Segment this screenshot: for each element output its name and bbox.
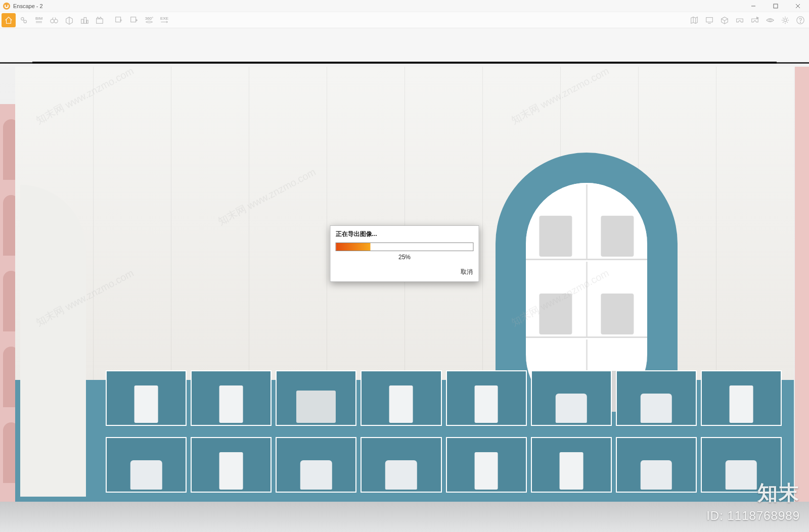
svg-point-28: [769, 19, 772, 21]
tool-binoculars-button[interactable]: [47, 13, 61, 27]
tool-visibility-button[interactable]: [763, 13, 777, 27]
tool-video-button[interactable]: [93, 13, 107, 27]
tool-panorama-button[interactable]: 360°: [142, 13, 156, 27]
tool-buildings-button[interactable]: [77, 13, 92, 27]
right-pink-wall: [795, 67, 809, 532]
svg-rect-17: [87, 20, 88, 23]
progress-percent: 25%: [331, 252, 479, 265]
tool-bim-button[interactable]: BIM: [32, 13, 46, 27]
svg-point-31: [800, 22, 800, 22]
tool-exe-label: EXE: [160, 17, 168, 21]
cancel-button[interactable]: 取消: [461, 268, 473, 276]
tool-exe-button[interactable]: EXE: [157, 13, 171, 27]
svg-point-9: [51, 19, 54, 23]
tool-import-button[interactable]: [112, 13, 126, 27]
tool-settings-button[interactable]: [778, 13, 792, 27]
tool-export-button[interactable]: [127, 13, 141, 27]
dialog-title: 正在导出图像...: [331, 226, 479, 240]
brand-watermark: 知末: [757, 479, 800, 507]
progress-fill: [336, 243, 371, 251]
progress-bar: [336, 243, 474, 251]
app-logo-icon: [3, 3, 10, 10]
window-maximize-button[interactable]: [765, 0, 787, 12]
svg-rect-23: [706, 17, 713, 22]
svg-marker-27: [757, 17, 759, 19]
window-title: Enscape - 2: [13, 3, 43, 9]
svg-rect-1: [774, 4, 778, 8]
window-minimize-button[interactable]: [742, 0, 765, 12]
tool-vr-button[interactable]: [733, 13, 747, 27]
tool-monitor-button[interactable]: [702, 13, 716, 27]
svg-line-6: [23, 20, 24, 21]
tool-link-button[interactable]: [17, 13, 31, 27]
tool-cube-button[interactable]: [717, 13, 732, 27]
tool-map-button[interactable]: [687, 13, 701, 27]
svg-line-11: [52, 17, 53, 19]
id-watermark: ID: 1118768989: [706, 509, 800, 523]
svg-point-29: [784, 19, 786, 21]
export-progress-dialog: 正在导出图像... 25% 取消: [330, 225, 479, 282]
svg-rect-16: [84, 17, 86, 23]
tool-vr-play-button[interactable]: [748, 13, 762, 27]
tool-quality-button[interactable]: [62, 13, 76, 27]
svg-rect-19: [116, 17, 121, 22]
svg-rect-18: [97, 19, 103, 23]
main-toolbar: BIM 360° EXE: [0, 12, 809, 28]
tool-pano-label: 360°: [145, 17, 154, 21]
svg-rect-15: [81, 19, 84, 23]
window-close-button[interactable]: [787, 0, 809, 12]
tool-help-button[interactable]: [793, 13, 807, 27]
render-viewport[interactable]: 知末网 www.znzmo.com 知末网 www.znzmo.com 知末网 …: [0, 28, 809, 532]
window-titlebar: Enscape - 2: [0, 0, 809, 12]
svg-marker-25: [722, 17, 728, 20]
tool-bim-label: BIM: [35, 17, 42, 21]
svg-point-10: [54, 19, 58, 23]
svg-line-12: [55, 17, 56, 19]
tool-home-button[interactable]: [2, 13, 16, 27]
svg-rect-20: [131, 17, 136, 22]
